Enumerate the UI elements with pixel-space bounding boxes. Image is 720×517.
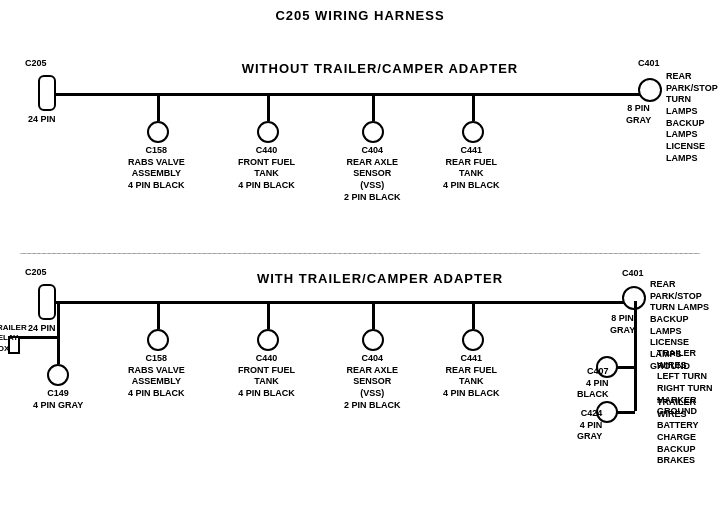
section1-mainline [55, 93, 650, 96]
trailer-relay-vline [57, 301, 60, 336]
c205-rect-1 [38, 75, 56, 111]
c441-vline-2 [472, 301, 475, 329]
c401-pin-2: 8 PINGRAY [610, 313, 635, 336]
c407-hline [617, 366, 635, 369]
page-title: C205 WIRING HARNESS [0, 0, 720, 23]
c440-vline-1 [267, 93, 270, 121]
c158-label-2: C158RABS VALVEASSEMBLY4 PIN BLACK [128, 353, 185, 400]
c441-circle-1 [462, 121, 484, 143]
c441-circle-2 [462, 329, 484, 351]
c440-circle-1 [257, 121, 279, 143]
c424-hline [617, 411, 635, 414]
c401-desc-1: REAR PARK/STOPTURN LAMPSBACKUP LAMPSLICE… [666, 71, 720, 165]
divider-line [20, 253, 700, 254]
c440-circle-2 [257, 329, 279, 351]
c205-label-2: C205 [25, 267, 47, 279]
c404-vline-2 [372, 301, 375, 329]
c424-pin-label: C4244 PINGRAY [577, 408, 602, 443]
right-branch-vline [634, 301, 637, 411]
c158-circle-1 [147, 121, 169, 143]
c404-circle-1 [362, 121, 384, 143]
c404-label-2: C404REAR AXLESENSOR(VSS)2 PIN BLACK [344, 353, 401, 411]
c149-label: C1494 PIN GRAY [33, 388, 83, 411]
c205-rect-2 [38, 284, 56, 320]
c440-label-1: C440FRONT FUELTANK4 PIN BLACK [238, 145, 295, 192]
section1-label: WITHOUT TRAILER/CAMPER ADAPTER [120, 61, 640, 76]
c205-pin-1: 24 PIN [28, 114, 56, 126]
c401-circle-1 [638, 78, 662, 102]
c404-label-1: C404REAR AXLESENSOR(VSS)2 PIN BLACK [344, 145, 401, 203]
c407-pin-label: C4074 PINBLACK [577, 366, 609, 401]
c441-label-1: C441REAR FUELTANK4 PIN BLACK [443, 145, 500, 192]
c401-label-1: C401 [638, 58, 660, 70]
c158-vline-1 [157, 93, 160, 121]
section2-mainline [55, 301, 635, 304]
c440-vline-2 [267, 301, 270, 329]
c404-circle-2 [362, 329, 384, 351]
trailer-relay-label: TRAILERRELAYBOX [0, 323, 42, 354]
section2-label: WITH TRAILER/CAMPER ADAPTER [120, 271, 640, 286]
c441-label-2: C441REAR FUELTANK4 PIN BLACK [443, 353, 500, 400]
c158-vline-2 [157, 301, 160, 329]
c401-label-2: C401 [622, 268, 644, 280]
c149-circle [47, 364, 69, 386]
c205-label-1: C205 [25, 58, 47, 70]
c441-vline-1 [472, 93, 475, 121]
c401-pin-1: 8 PINGRAY [626, 103, 651, 126]
c440-label-2: C440FRONT FUELTANK4 PIN BLACK [238, 353, 295, 400]
c149-vline [57, 336, 60, 364]
c158-circle-2 [147, 329, 169, 351]
c158-label-1: C158RABS VALVEASSEMBLY4 PIN BLACK [128, 145, 185, 192]
c404-vline-1 [372, 93, 375, 121]
diagram-container: WITHOUT TRAILER/CAMPER ADAPTER C205 24 P… [0, 23, 720, 517]
c424-desc: TRAILER WIRESBATTERY CHARGEBACKUPBRAKES [657, 397, 720, 467]
